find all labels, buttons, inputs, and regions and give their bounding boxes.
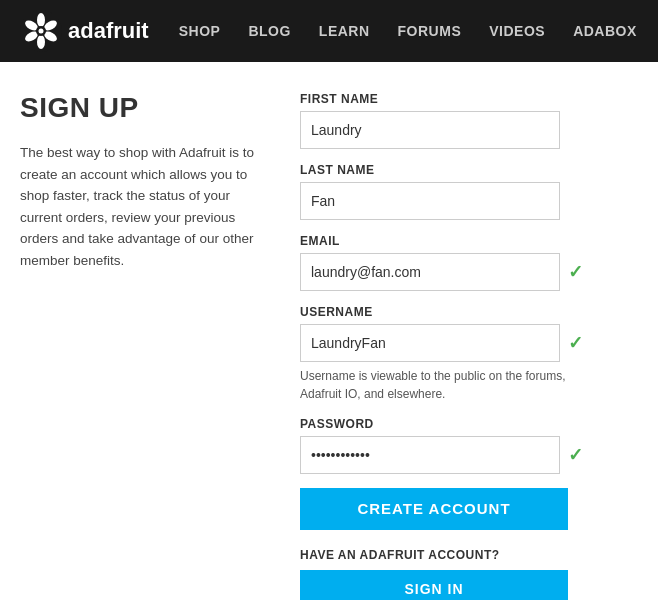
first-name-input[interactable] <box>300 111 560 149</box>
logo[interactable]: adafruit <box>20 10 149 52</box>
nav-videos[interactable]: VIDEOS <box>489 23 545 39</box>
first-name-group: FIRST NAME <box>300 92 600 149</box>
last-name-input[interactable] <box>300 182 560 220</box>
svg-point-1 <box>37 13 45 27</box>
adafruit-logo-icon <box>20 10 62 52</box>
page-title: SIGN UP <box>20 92 270 124</box>
nav-forums[interactable]: FORUMS <box>398 23 462 39</box>
page-description: The best way to shop with Adafruit is to… <box>20 142 270 272</box>
svg-point-8 <box>39 29 44 34</box>
email-input[interactable] <box>300 253 560 291</box>
email-label: EMAIL <box>300 234 600 248</box>
main-content: SIGN UP The best way to shop with Adafru… <box>0 62 658 600</box>
email-group: EMAIL ✓ <box>300 234 600 291</box>
last-name-row <box>300 182 600 220</box>
last-name-group: LAST NAME <box>300 163 600 220</box>
email-row: ✓ <box>300 253 600 291</box>
signup-form: FIRST NAME LAST NAME EMAIL ✓ USERNAME <box>300 92 600 600</box>
username-hint: Username is viewable to the public on th… <box>300 367 600 403</box>
have-account-label: HAVE AN ADAFRUIT ACCOUNT? <box>300 548 600 562</box>
logo-text: adafruit <box>68 18 149 44</box>
password-group: PASSWORD ✓ <box>300 417 600 474</box>
password-valid-icon: ✓ <box>568 444 583 466</box>
username-input[interactable] <box>300 324 560 362</box>
username-label: USERNAME <box>300 305 600 319</box>
password-row: ✓ <box>300 436 600 474</box>
nav-shop[interactable]: SHOP <box>179 23 221 39</box>
main-nav: SHOP BLOG LEARN FORUMS VIDEOS ADABOX <box>179 23 637 39</box>
email-valid-icon: ✓ <box>568 261 583 283</box>
nav-blog[interactable]: BLOG <box>248 23 290 39</box>
password-input[interactable] <box>300 436 560 474</box>
nav-adabox[interactable]: ADABOX <box>573 23 637 39</box>
nav-learn[interactable]: LEARN <box>319 23 370 39</box>
username-valid-icon: ✓ <box>568 332 583 354</box>
sign-in-button[interactable]: SIGN IN <box>300 570 568 600</box>
header: adafruit SHOP BLOG LEARN FORUMS VIDEOS A… <box>0 0 658 62</box>
first-name-label: FIRST NAME <box>300 92 600 106</box>
svg-point-4 <box>37 35 45 49</box>
last-name-label: LAST NAME <box>300 163 600 177</box>
username-row: ✓ <box>300 324 600 362</box>
password-label: PASSWORD <box>300 417 600 431</box>
first-name-row <box>300 111 600 149</box>
create-account-button[interactable]: CREATE ACCOUNT <box>300 488 568 530</box>
username-group: USERNAME ✓ Username is viewable to the p… <box>300 305 600 403</box>
left-column: SIGN UP The best way to shop with Adafru… <box>20 92 270 600</box>
